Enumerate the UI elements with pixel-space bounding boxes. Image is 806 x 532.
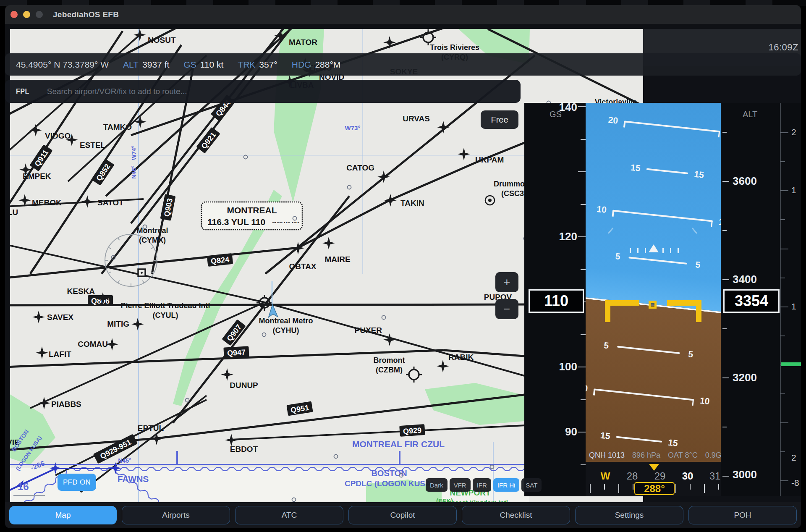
pfd-element [780,132,788,133]
airport-label: (CSC3) [501,189,526,198]
heading-element [590,484,591,493]
waypoint-label: RABIK [448,353,474,362]
speed-tape-number: 100 [524,360,577,373]
svg-text:Q929: Q929 [403,426,421,435]
attitude-indicator: 2015151010555510101515 [586,103,721,496]
heading-tape-number: 30 [682,470,693,482]
pfd-element [780,422,788,423]
waypoint-label: ESTEL [80,141,106,149]
waypoint-label: EMPEK [23,172,51,181]
chart-label: LU [10,208,18,217]
altitude-readout: 3354 [723,289,780,313]
waypoint-label: CATOG [346,163,374,172]
waypoint-label: MEBOK [32,198,62,207]
svg-text:116.3 YUL 110: 116.3 YUL 110 [207,217,265,227]
pfd-element [578,432,586,432]
pfd-element [578,367,586,367]
pfd-data-row: QNH 1013896 hPaOAT 8°C0.9G [586,450,721,461]
altitude-value: 3937 ft [142,60,169,69]
airport-label: (CYUL) [153,311,178,320]
heading-element [618,484,619,493]
chart-label-blue: N45° [118,457,131,464]
tab-poh[interactable]: POH [688,506,797,524]
altitude-tape-number: 3600 [733,175,757,188]
heading-tape-number: 28 [627,470,638,482]
chart-label-blue: W73° [345,124,361,131]
heading-element [690,484,691,490]
svg-text:Q947: Q947 [227,348,246,357]
waypoint-label: VIDGO [45,131,71,140]
vsi-number: -8 [791,478,799,488]
altitude-tape-number: 3200 [733,371,757,384]
g-load: 0.9G [705,451,722,460]
waypoint-label: TAKIN [400,199,424,207]
waypoint-label: EPTUL [138,424,164,432]
pfd-element [581,399,586,400]
pfd-element [780,161,785,162]
map-mode-free-button[interactable]: Free [481,110,518,129]
pfd-element [581,139,586,140]
airport-label: Bromont [374,356,405,364]
waypoint-label: TAMKO [103,123,132,131]
heading-tape-number: 29 [654,470,666,482]
speed-tape-number: 120 [524,230,577,243]
tab-atc[interactable]: ATC [235,506,343,524]
airport-label: Montreal [136,226,168,235]
route-search-input[interactable]: Search airport/VOR/fix to add to route..… [47,87,187,96]
waypoint-label: UKPAM [475,155,504,164]
waypoint-label: MATOR [289,38,317,47]
pfd-element [722,230,727,231]
waypoint-label: PUXER [355,326,382,335]
vsi-trend-bar [781,362,801,366]
pfd-toggle-button[interactable]: PFD ON [58,474,96,491]
vsi-number: 1 [791,301,796,312]
minimize-window-button[interactable] [23,11,30,18]
tab-settings[interactable]: Settings [575,506,683,524]
altitude-label: ALT [123,60,139,69]
qroute-label: Q947 [223,346,249,358]
pfd-element [581,269,586,270]
pfd-element [578,236,586,237]
map-layer-dark[interactable]: Dark [426,478,447,492]
waypoint-label: DUNUP [230,381,258,390]
flight-plan-bar: FPL Search airport/VOR/fix to add to rou… [5,80,521,103]
airspeed-readout: 110 [529,289,584,313]
primary-flight-display: 2015151010555510101515QNH 1013896 hPaOAT… [524,103,801,496]
map-layer-ifr-hi[interactable]: IFR Hi [493,478,520,492]
svg-text:−·−− ··− ·−··: −·−− ··− ·−·· [272,220,300,225]
track-value: 357° [259,60,277,69]
pfd-element [581,204,586,205]
tab-map[interactable]: Map [9,506,117,524]
close-window-button[interactable] [10,11,18,18]
heading-strip: W28293031288° [586,462,721,496]
altitude-tape-label: ALT [743,110,757,119]
chart-label-blue: N46° [131,165,137,178]
map-layer-sat[interactable]: SAT [521,478,542,492]
waypoint-label: URVAS [403,114,430,123]
outside-air-temp: OAT 8°C [668,451,698,460]
tab-airports[interactable]: Airports [122,506,230,524]
waypoint-label: KESKA [67,287,95,296]
waypoint-label: EBDOT [230,445,258,453]
vsi-number: 2 [791,127,796,137]
pfd-element [780,190,788,191]
pfd-element [780,480,788,481]
tab-copilot[interactable]: Copilot [348,506,457,524]
chart-label-blue: CPDLC (LOGON KUSA) [345,479,434,488]
fpl-label: FPL [16,88,29,95]
pfd-element [780,219,785,220]
chart-label-blue: FAWNS [118,474,149,484]
airport-label: (CZBM) [376,366,403,374]
tab-checklist[interactable]: Checklist [462,506,570,524]
zoom-window-button[interactable] [36,11,43,18]
qnh-setting: QNH 1013 [589,451,625,460]
altitude-tape-number: 3000 [733,468,757,481]
utc-clock: 16:09Z [769,42,801,53]
pfd-element [780,249,788,249]
zoom-in-button[interactable]: + [495,272,518,292]
map-layer-vfr[interactable]: VFR [450,478,471,492]
bottom-tab-bar: MapAirportsATCCopilotChecklistSettingsPO… [5,502,801,528]
heading-readout: 288° [634,482,675,495]
map-layer-ifr[interactable]: IFR [473,478,491,492]
zoom-out-button[interactable]: − [495,299,518,319]
